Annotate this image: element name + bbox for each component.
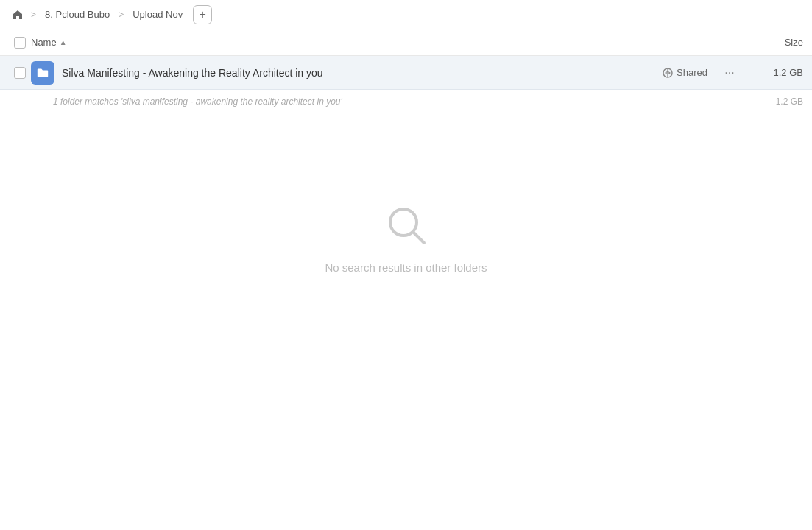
match-info-size: 1.2 GB (752, 96, 803, 107)
sort-arrow-icon: ▲ (60, 38, 67, 46)
more-options-button[interactable]: ··· (719, 63, 740, 83)
file-row[interactable]: Silva Manifesting - Awakening the Realit… (0, 56, 812, 90)
folder-icon (31, 61, 54, 85)
match-info-text: 1 folder matches 'silva manifesting - aw… (53, 96, 752, 107)
file-size: 1.2 GB (752, 67, 803, 78)
file-name: Silva Manifesting - Awakening the Realit… (62, 67, 663, 79)
no-results-text: No search results in other folders (325, 261, 487, 274)
home-button[interactable] (9, 6, 27, 24)
file-checkbox[interactable] (9, 67, 31, 79)
column-header: Name ▲ Size (0, 29, 812, 56)
svg-line-3 (413, 232, 424, 243)
breadcrumb-item-upload[interactable]: Upload Nov (128, 7, 187, 21)
breadcrumb-item-pcloud[interactable]: 8. Pcloud Bubo (40, 7, 114, 21)
breadcrumb-separator-2: > (117, 10, 125, 20)
size-column-header: Size (744, 37, 803, 48)
name-column-header[interactable]: Name ▲ (31, 37, 744, 48)
breadcrumb-separator-1: > (29, 10, 38, 20)
add-button[interactable]: + (193, 5, 212, 24)
empty-state: No search results in other folders (0, 113, 812, 364)
no-results-icon (384, 203, 428, 250)
select-all-checkbox[interactable] (9, 37, 31, 49)
breadcrumb-bar: > 8. Pcloud Bubo > Upload Nov + (0, 0, 812, 29)
match-info-row: 1 folder matches 'silva manifesting - aw… (0, 90, 812, 113)
shared-badge: Shared (663, 67, 707, 78)
